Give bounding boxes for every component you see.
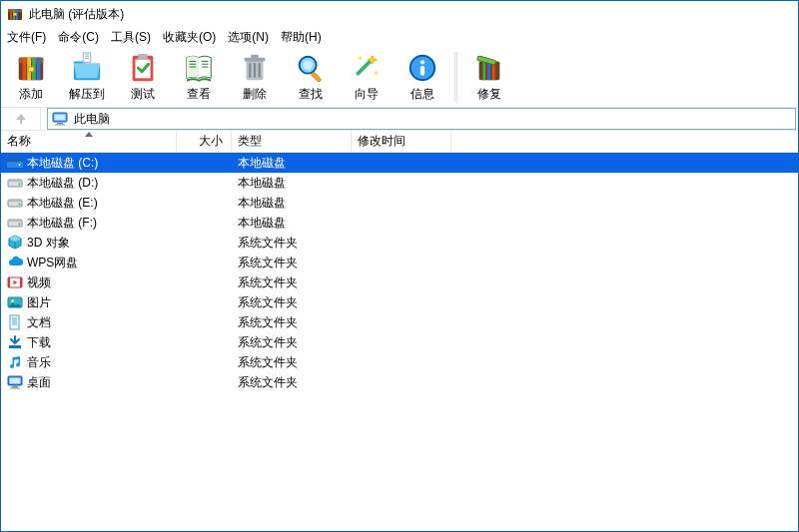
col-modified[interactable]: 修改时间: [352, 131, 451, 152]
repair-icon: [473, 52, 505, 84]
toolbar: 添加 解压到 测试: [1, 47, 798, 107]
drive-icon: [7, 175, 23, 191]
address-bar[interactable]: 此电脑: [47, 108, 796, 130]
table-row[interactable]: 桌面系统文件夹: [1, 372, 798, 392]
table-row[interactable]: 本地磁盘 (F:)本地磁盘: [1, 213, 798, 233]
col-type-label: 类型: [238, 133, 262, 150]
drive-blue-icon: [7, 155, 23, 171]
menu-help[interactable]: 帮助(H): [281, 29, 322, 46]
svg-rect-23: [356, 59, 373, 76]
menu-bar: 文件(F) 命令(C) 工具(S) 收藏夹(O) 选项(N) 帮助(H): [1, 27, 798, 47]
menu-fav[interactable]: 收藏夹(O): [163, 29, 216, 46]
info-label: 信息: [410, 86, 434, 103]
column-headers: 名称 大小 类型 修改时间: [1, 131, 798, 153]
cell-name: 本地磁盘 (E:): [1, 195, 177, 212]
cell-type: 本地磁盘: [232, 175, 352, 192]
row-name-text: 桌面: [27, 374, 51, 391]
search-icon: [295, 52, 327, 84]
svg-rect-12: [28, 67, 34, 72]
cell-type: 系统文件夹: [232, 274, 352, 291]
wizard-label: 向导: [355, 86, 379, 103]
sort-asc-icon: [85, 132, 93, 137]
cell-type: 系统文件夹: [232, 374, 352, 391]
extract-label: 解压到: [69, 86, 105, 103]
table-row[interactable]: WPS网盘系统文件夹: [1, 253, 798, 272]
cloud-icon: [7, 255, 23, 270]
menu-file[interactable]: 文件(F): [7, 29, 46, 46]
cell-type: 系统文件夹: [232, 354, 352, 371]
cell-name: 音乐: [1, 354, 177, 371]
cell-name: 桌面: [1, 374, 177, 391]
table-row[interactable]: 图片系统文件夹: [1, 292, 798, 312]
col-name-label: 名称: [7, 133, 31, 150]
cell-name: 本地磁盘 (C:): [1, 155, 177, 172]
svg-rect-35: [55, 125, 65, 126]
row-name-text: 音乐: [27, 354, 51, 371]
table-row[interactable]: 3D 对象系统文件夹: [1, 233, 798, 253]
find-button[interactable]: 查找: [283, 49, 339, 105]
cell-type: 系统文件夹: [232, 235, 352, 252]
info-button[interactable]: 信息: [395, 49, 450, 105]
svg-rect-8: [23, 58, 27, 81]
computer-icon: [52, 111, 68, 127]
row-name-text: 本地磁盘 (D:): [27, 175, 98, 192]
row-name-text: 文档: [27, 314, 51, 331]
video-icon: [7, 274, 23, 290]
row-name-text: 3D 对象: [27, 235, 70, 252]
test-button[interactable]: 测试: [115, 49, 171, 105]
cell-type: 本地磁盘: [232, 215, 352, 232]
cell-name: 视频: [1, 274, 177, 291]
clipboard-check-icon: [127, 52, 159, 84]
file-list[interactable]: 本地磁盘 (C:)本地磁盘本地磁盘 (D:)本地磁盘本地磁盘 (E:)本地磁盘本…: [1, 153, 798, 531]
toolbar-separator: [454, 52, 457, 102]
wizard-button[interactable]: 向导: [339, 49, 395, 105]
svg-rect-22: [311, 72, 322, 83]
table-row[interactable]: 本地磁盘 (D:)本地磁盘: [1, 173, 798, 193]
svg-rect-19: [251, 55, 259, 59]
info-icon: [406, 52, 438, 84]
add-button[interactable]: 添加: [3, 49, 59, 105]
cube-icon: [7, 235, 23, 251]
delete-label: 删除: [243, 86, 267, 103]
repair-button[interactable]: 修复: [461, 49, 517, 105]
svg-rect-26: [420, 66, 424, 75]
svg-point-21: [303, 60, 312, 69]
cell-type: 本地磁盘: [232, 195, 352, 212]
svg-point-25: [420, 60, 424, 64]
row-name-text: 本地磁盘 (C:): [27, 155, 98, 172]
svg-rect-2: [10, 9, 12, 20]
row-name-text: 图片: [27, 294, 51, 311]
menu-options[interactable]: 选项(N): [228, 29, 269, 46]
table-row[interactable]: 下载系统文件夹: [1, 332, 798, 352]
winrar-icon: [7, 6, 23, 22]
cell-type: 系统文件夹: [232, 334, 352, 351]
desktop-icon: [7, 374, 23, 390]
cell-name: 本地磁盘 (F:): [1, 215, 177, 232]
svg-rect-11: [37, 58, 41, 81]
up-button[interactable]: [1, 108, 41, 130]
trash-icon: [239, 52, 271, 84]
col-type[interactable]: 类型: [232, 131, 352, 152]
delete-button[interactable]: 删除: [227, 49, 283, 105]
extract-button[interactable]: 解压到: [59, 49, 115, 105]
col-size[interactable]: 大小: [177, 131, 232, 152]
table-row[interactable]: 视频系统文件夹: [1, 272, 798, 292]
menu-commands[interactable]: 命令(C): [58, 29, 99, 46]
col-name[interactable]: 名称: [1, 131, 177, 152]
menu-tools[interactable]: 工具(S): [111, 29, 151, 46]
svg-rect-34: [57, 123, 63, 125]
table-row[interactable]: 本地磁盘 (C:)本地磁盘: [1, 153, 798, 173]
find-label: 查找: [299, 86, 323, 103]
table-row[interactable]: 音乐系统文件夹: [1, 352, 798, 372]
col-size-label: 大小: [199, 133, 223, 150]
cell-name: WPS网盘: [1, 255, 177, 271]
cell-name: 下载: [1, 334, 177, 351]
table-row[interactable]: 本地磁盘 (E:)本地磁盘: [1, 193, 798, 213]
docs-icon: [7, 314, 23, 330]
col-modified-label: 修改时间: [358, 133, 405, 150]
window-title: 此电脑 (评估版本): [29, 6, 124, 23]
row-name-text: WPS网盘: [27, 255, 78, 271]
address-row: 此电脑: [1, 107, 798, 131]
view-button[interactable]: 查看: [171, 49, 227, 105]
table-row[interactable]: 文档系统文件夹: [1, 312, 798, 332]
